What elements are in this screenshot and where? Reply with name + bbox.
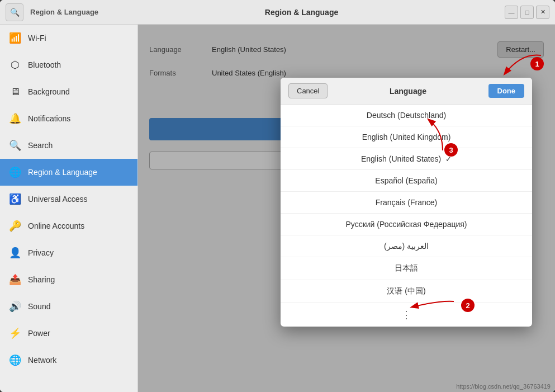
dialog-header: Cancel Language Done	[281, 78, 532, 105]
lang-more-button[interactable]: ⋮	[281, 303, 532, 327]
sidebar-item-universal[interactable]: ♿ Universal Access	[0, 186, 137, 212]
dialog-done-button[interactable]: Done	[488, 84, 525, 98]
titlebar-title: Region & Language	[110, 8, 494, 17]
sidebar-item-power[interactable]: ⚡ Power	[0, 320, 137, 347]
search-icon: 🔍	[9, 139, 21, 152]
bluetooth-icon: ⬡	[9, 59, 21, 71]
lang-label-deutsch: Deutsch (Deutschland)	[367, 111, 446, 120]
region-icon: 🌐	[9, 166, 21, 178]
sidebar-item-notifications[interactable]: 🔔 Notifications	[0, 105, 137, 132]
sidebar-item-bluetooth[interactable]: ⬡ Bluetooth	[0, 51, 137, 78]
dialog-cancel-button[interactable]: Cancel	[288, 83, 328, 98]
notifications-icon: 🔔	[9, 112, 21, 125]
lang-label-arabic: العربية (مصر)	[384, 242, 429, 251]
sidebar-item-search[interactable]: 🔍 Search	[0, 132, 137, 159]
sidebar-label-power: Power	[28, 329, 50, 338]
sidebar-label-universal: Universal Access	[28, 195, 88, 204]
annotation-badge-2: 2	[461, 299, 475, 312]
lang-label-english-us: English (United States)	[361, 154, 441, 163]
sidebar-label-online: Online Accounts	[28, 221, 84, 230]
sidebar-item-online[interactable]: 🔑 Online Accounts	[0, 212, 137, 239]
lang-item-chinese[interactable]: 汉语 (中国)	[281, 280, 532, 303]
titlebar-app-label: Region & Language	[30, 8, 98, 16]
lang-label-espanol: Español (España)	[375, 176, 437, 185]
language-list: Deutsch (Deutschland) English (United Ki…	[281, 105, 532, 303]
sidebar-item-sharing[interactable]: 📤 Sharing	[0, 266, 137, 293]
sidebar-label-sound: Sound	[28, 302, 50, 311]
lang-item-english-us[interactable]: English (United States)	[281, 148, 532, 170]
sidebar-label-bluetooth: Bluetooth	[28, 60, 61, 69]
online-icon: 🔑	[9, 220, 21, 232]
lang-label-russian: Русский (Российская Федерация)	[345, 220, 467, 229]
language-dialog: Cancel Language Done Deutsch (Deutschlan…	[281, 78, 532, 327]
lang-item-russian[interactable]: Русский (Российская Федерация)	[281, 214, 532, 235]
sidebar-label-wifi: Wi-Fi	[28, 34, 46, 42]
titlebar-left: 🔍 Region & Language	[6, 3, 98, 21]
sidebar-item-background[interactable]: 🖥 Background	[0, 78, 137, 105]
sharing-icon: 📤	[9, 273, 21, 286]
lang-label-english-uk: English (United Kingdom)	[362, 133, 451, 141]
power-icon: ⚡	[9, 327, 21, 339]
network-icon: 🌐	[9, 354, 21, 366]
sidebar-label-search: Search	[28, 141, 53, 150]
sidebar-label-privacy: Privacy	[28, 248, 54, 257]
maximize-button[interactable]: □	[520, 6, 534, 19]
background-icon: 🖥	[9, 86, 21, 98]
universal-icon: ♿	[9, 193, 21, 205]
settings-window: 🔍 Region & Language Region & Language — …	[0, 0, 555, 392]
sidebar-label-sharing: Sharing	[28, 275, 55, 284]
minimize-button[interactable]: —	[505, 6, 518, 19]
wifi-icon: 📶	[9, 32, 21, 44]
right-panel: Language English (United States) Restart…	[138, 25, 555, 392]
annotation-badge-3: 3	[444, 143, 458, 157]
lang-item-arabic[interactable]: العربية (مصر)	[281, 235, 532, 257]
close-button[interactable]: ✕	[536, 6, 549, 19]
lang-label-francais: Français (France)	[376, 198, 437, 207]
sidebar-item-wifi[interactable]: 📶 Wi-Fi	[0, 25, 137, 51]
lang-item-deutsch[interactable]: Deutsch (Deutschland)	[281, 105, 532, 126]
sidebar: 📶 Wi-Fi ⬡ Bluetooth 🖥 Background 🔔 Notif…	[0, 25, 138, 392]
lang-item-english-uk[interactable]: English (United Kingdom)	[281, 126, 532, 148]
lang-item-espanol[interactable]: Español (España)	[281, 170, 532, 192]
main-content: 📶 Wi-Fi ⬡ Bluetooth 🖥 Background 🔔 Notif…	[0, 25, 555, 392]
dialog-title: Language	[390, 87, 426, 96]
sidebar-item-region[interactable]: 🌐 Region & Language	[0, 159, 137, 186]
annotation-badge-1: 1	[530, 57, 544, 70]
sidebar-item-network[interactable]: 🌐 Network	[0, 347, 137, 374]
sidebar-label-notifications: Notifications	[28, 114, 70, 123]
titlebar: 🔍 Region & Language Region & Language — …	[0, 0, 555, 25]
lang-label-japanese: 日本語	[395, 263, 418, 273]
lang-item-japanese[interactable]: 日本語	[281, 257, 532, 280]
titlebar-controls: — □ ✕	[505, 6, 549, 19]
lang-item-francais[interactable]: Français (France)	[281, 192, 532, 214]
sidebar-item-privacy[interactable]: 👤 Privacy	[0, 239, 137, 266]
sound-icon: 🔊	[9, 300, 21, 313]
sidebar-item-sound[interactable]: 🔊 Sound	[0, 293, 137, 320]
sidebar-label-region: Region & Language	[28, 168, 97, 177]
privacy-icon: 👤	[9, 247, 21, 259]
sidebar-label-background: Background	[28, 87, 70, 96]
sidebar-label-network: Network	[28, 356, 56, 365]
titlebar-search-button[interactable]: 🔍	[6, 3, 23, 21]
lang-label-chinese: 汉语 (中国)	[387, 286, 425, 296]
